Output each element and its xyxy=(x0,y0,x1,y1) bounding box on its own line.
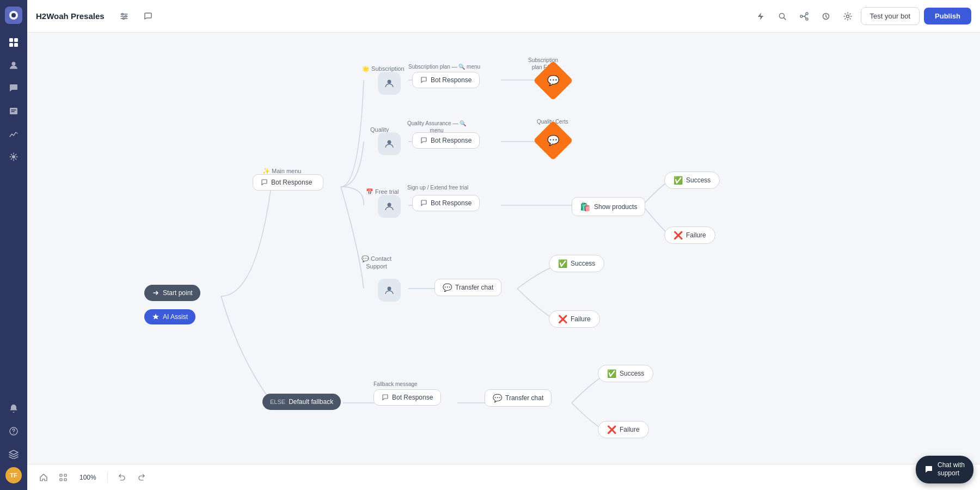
ai-assist-node[interactable]: AI Assist xyxy=(144,309,195,324)
fit-view-button[interactable] xyxy=(56,470,71,485)
success-1-node[interactable]: ✅ Success xyxy=(664,171,720,189)
signup-extend-label: Sign up / Extend free trial xyxy=(407,184,468,191)
sidebar-item-tickets[interactable] xyxy=(4,101,23,121)
chat-support-widget[interactable]: Chat withsupport xyxy=(916,456,973,483)
default-fallback-node[interactable]: ELSE Default fallback xyxy=(262,394,341,410)
transfer-chat-1-node[interactable]: 💬 Transfer chat xyxy=(434,279,501,296)
contact-support-label: 💬 ContactSupport xyxy=(362,255,391,271)
sidebar-item-analytics[interactable] xyxy=(4,124,23,144)
failure-3-node[interactable]: ❌ Failure xyxy=(598,421,649,438)
svg-point-15 xyxy=(800,15,803,17)
success-3-node[interactable]: ✅ Success xyxy=(598,365,653,382)
arrange-button[interactable] xyxy=(115,8,133,25)
zoom-level: 100% xyxy=(79,474,96,481)
svg-point-10 xyxy=(13,433,14,434)
svg-rect-25 xyxy=(64,474,66,476)
svg-point-1 xyxy=(11,13,16,17)
sidebar-item-users[interactable] xyxy=(4,56,23,75)
sidebar-item-notifications[interactable] xyxy=(4,399,23,418)
svg-point-11 xyxy=(121,13,123,15)
svg-rect-24 xyxy=(60,474,62,476)
fallback-message-label: Fallback message xyxy=(373,381,418,387)
home-button[interactable] xyxy=(36,470,51,485)
svg-point-12 xyxy=(125,15,126,17)
failure-2-node[interactable]: ❌ Failure xyxy=(549,310,600,328)
signup-bot-response[interactable]: Bot Response xyxy=(412,195,480,211)
subscription-faq-node[interactable]: 💬 xyxy=(539,66,567,95)
undo-button[interactable] xyxy=(114,470,130,485)
transfer-chat-2-node[interactable]: 💬 Transfer chat xyxy=(485,389,552,407)
quality-certs-node[interactable]: 💬 xyxy=(539,126,567,155)
user-avatar[interactable]: TF xyxy=(5,467,22,483)
subscription-plan-label: Subscription plan — 🔍 menu xyxy=(408,63,474,70)
lightning-button[interactable] xyxy=(752,8,769,25)
start-point-node[interactable]: Start point xyxy=(144,285,200,301)
svg-rect-2 xyxy=(9,38,13,42)
svg-point-19 xyxy=(846,15,849,17)
svg-point-17 xyxy=(806,18,808,20)
svg-rect-26 xyxy=(60,479,62,481)
main-menu-bot-response[interactable]: Bot Response xyxy=(253,174,323,191)
svg-rect-3 xyxy=(14,38,18,42)
settings-button[interactable] xyxy=(839,8,856,25)
flow-canvas[interactable]: Start point AI Assist ✨ Main menu Bot Re… xyxy=(27,33,980,464)
test-bot-button[interactable]: Test your bot xyxy=(861,7,920,25)
success-2-node[interactable]: ✅ Success xyxy=(549,255,604,272)
header-actions: Test your bot Publish xyxy=(752,7,971,25)
redo-button[interactable] xyxy=(134,470,149,485)
sidebar-item-learn[interactable] xyxy=(4,444,23,464)
header: H2Woah Presales Test your bot xyxy=(27,0,980,33)
svg-point-6 xyxy=(12,62,16,66)
main-area: H2Woah Presales Test your bot xyxy=(27,0,980,490)
publish-button[interactable]: Publish xyxy=(924,8,971,24)
svg-rect-4 xyxy=(9,43,13,47)
svg-point-13 xyxy=(122,17,124,19)
page-title: H2Woah Presales xyxy=(36,11,105,21)
svg-rect-5 xyxy=(14,43,18,47)
chat-support-label: Chat withsupport xyxy=(938,461,965,478)
flow-button[interactable] xyxy=(795,8,813,25)
subscription-bot-response[interactable]: Bot Response xyxy=(412,72,480,88)
contact-support-trigger[interactable] xyxy=(378,279,401,302)
show-products-node[interactable]: 🛍️ Show products xyxy=(572,197,645,216)
free-trial-trigger[interactable] xyxy=(378,195,401,218)
quality-trigger[interactable] xyxy=(378,132,401,155)
svg-point-16 xyxy=(806,13,808,15)
svg-point-23 xyxy=(388,287,391,291)
sidebar-item-help[interactable] xyxy=(4,421,23,441)
svg-point-20 xyxy=(388,80,391,84)
svg-point-22 xyxy=(388,203,391,207)
quality-bot-response[interactable]: Bot Response xyxy=(412,132,480,149)
app-logo xyxy=(5,7,22,24)
search-button[interactable] xyxy=(774,8,791,25)
sidebar: TF xyxy=(0,0,27,490)
history-button[interactable] xyxy=(817,8,835,25)
svg-rect-27 xyxy=(64,479,66,481)
sidebar-item-chat[interactable] xyxy=(4,78,23,98)
fallback-bot-response[interactable]: Bot Response xyxy=(373,389,441,406)
sidebar-item-dashboard[interactable] xyxy=(4,33,23,52)
comment-button[interactable] xyxy=(139,8,157,25)
failure-1-node[interactable]: ❌ Failure xyxy=(664,226,715,244)
subscription-trigger[interactable] xyxy=(378,72,401,95)
footer: 100% xyxy=(27,464,980,490)
sidebar-item-automations[interactable] xyxy=(4,147,23,167)
svg-point-8 xyxy=(12,155,15,158)
svg-point-21 xyxy=(388,140,391,144)
svg-rect-7 xyxy=(10,108,17,114)
